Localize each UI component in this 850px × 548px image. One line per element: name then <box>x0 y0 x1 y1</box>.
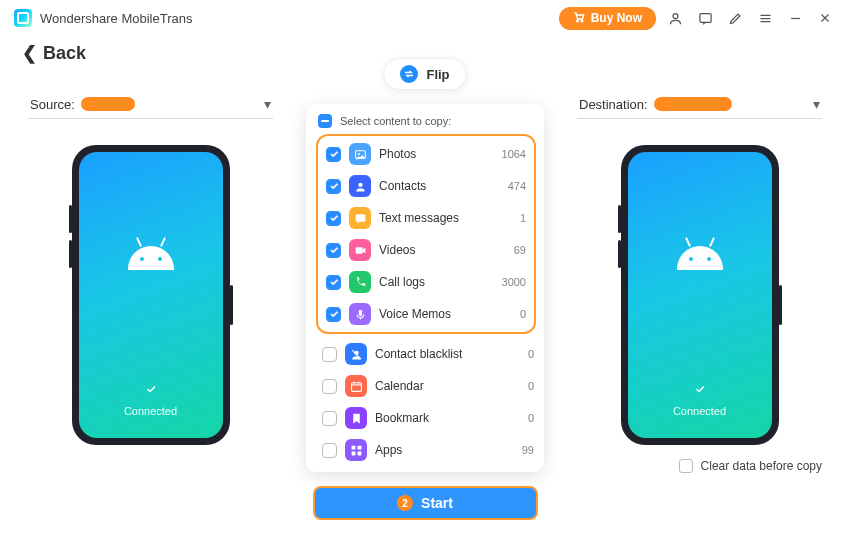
content-panel: Select content to copy: 1 Photos1064Cont… <box>306 104 544 472</box>
svg-point-5 <box>357 152 359 154</box>
app-title: Wondershare MobileTrans <box>40 11 192 26</box>
content-item-photos[interactable]: Photos1064 <box>320 138 532 170</box>
svg-rect-8 <box>355 247 362 254</box>
text-icon <box>349 207 371 229</box>
cart-icon <box>573 11 585 26</box>
flip-button[interactable]: Flip <box>383 58 466 90</box>
blacklist-icon <box>345 343 367 365</box>
flip-label: Flip <box>426 67 449 82</box>
minimize-icon[interactable] <box>784 11 806 26</box>
svg-rect-3 <box>699 13 710 22</box>
feedback-icon[interactable] <box>694 11 716 26</box>
item-count: 0 <box>520 308 526 320</box>
flip-icon <box>400 65 418 83</box>
source-column: Source: ▾ Connected <box>28 64 273 445</box>
svg-rect-7 <box>355 214 365 222</box>
content-list[interactable]: 1 Photos1064Contacts474Text messages1Vid… <box>316 134 542 466</box>
chevron-left-icon: ❮ <box>22 42 37 64</box>
annotation-step-2: 2 <box>397 495 413 511</box>
checkbox-bookmark[interactable] <box>322 411 337 426</box>
item-label: Videos <box>379 243 506 257</box>
checkbox-blacklist[interactable] <box>322 347 337 362</box>
android-icon <box>677 240 723 270</box>
content-item-calendar[interactable]: Calendar0 <box>316 370 540 402</box>
svg-point-2 <box>673 13 678 18</box>
clear-data-label: Clear data before copy <box>701 459 822 473</box>
item-count: 0 <box>528 348 534 360</box>
chevron-down-icon: ▾ <box>264 96 271 112</box>
voice-icon <box>349 303 371 325</box>
check-icon <box>691 380 709 398</box>
center-column: Flip Select content to copy: 1 Photos106… <box>300 64 550 520</box>
item-count: 474 <box>508 180 526 192</box>
svg-rect-14 <box>357 445 361 449</box>
chevron-down-icon: ▾ <box>813 96 820 112</box>
item-label: Voice Memos <box>379 307 512 321</box>
start-label: Start <box>421 495 453 511</box>
buy-now-button[interactable]: Buy Now <box>559 7 656 30</box>
item-label: Calendar <box>375 379 520 393</box>
select-all-checkbox[interactable] <box>318 114 332 128</box>
item-count: 0 <box>528 412 534 424</box>
item-label: Photos <box>379 147 494 161</box>
edit-icon[interactable] <box>724 11 746 26</box>
destination-device-redacted <box>654 97 732 111</box>
highlighted-group: 1 Photos1064Contacts474Text messages1Vid… <box>316 134 536 334</box>
item-count: 3000 <box>502 276 526 288</box>
item-label: Apps <box>375 443 514 457</box>
destination-status: Connected <box>621 405 779 417</box>
start-button[interactable]: 2 Start <box>313 486 538 520</box>
content-item-voice[interactable]: Voice Memos0 <box>320 298 532 330</box>
photos-icon <box>349 143 371 165</box>
content-item-videos[interactable]: Videos69 <box>320 234 532 266</box>
item-count: 0 <box>528 380 534 392</box>
destination-label: Destination: <box>579 97 648 112</box>
calendar-icon <box>345 375 367 397</box>
checkbox-videos[interactable] <box>326 243 341 258</box>
source-status: Connected <box>72 405 230 417</box>
back-button[interactable]: ❮ Back <box>22 42 86 64</box>
item-label: Text messages <box>379 211 512 225</box>
source-device-select[interactable]: Source: ▾ <box>28 90 273 119</box>
bookmark-icon <box>345 407 367 429</box>
item-count: 1064 <box>502 148 526 160</box>
source-label: Source: <box>30 97 75 112</box>
apps-icon <box>345 439 367 461</box>
item-count: 1 <box>520 212 526 224</box>
checkbox-calls[interactable] <box>326 275 341 290</box>
destination-device-select[interactable]: Destination: ▾ <box>577 90 822 119</box>
svg-point-1 <box>581 20 583 22</box>
checkbox-contacts[interactable] <box>326 179 341 194</box>
checkbox-calendar[interactable] <box>322 379 337 394</box>
close-icon[interactable] <box>814 11 836 25</box>
svg-rect-12 <box>351 382 361 391</box>
svg-point-0 <box>576 20 578 22</box>
item-label: Bookmark <box>375 411 520 425</box>
checkbox-photos[interactable] <box>326 147 341 162</box>
item-count: 69 <box>514 244 526 256</box>
titlebar: Wondershare MobileTrans Buy Now <box>0 0 850 36</box>
svg-rect-13 <box>351 445 355 449</box>
svg-rect-9 <box>358 309 361 316</box>
menu-icon[interactable] <box>754 11 776 26</box>
content-item-blacklist[interactable]: Contact blacklist0 <box>316 338 540 370</box>
svg-rect-15 <box>351 451 355 455</box>
item-label: Contacts <box>379 179 500 193</box>
checkbox-apps[interactable] <box>322 443 337 458</box>
contacts-icon <box>349 175 371 197</box>
clear-data-checkbox[interactable] <box>679 459 693 473</box>
content-item-bookmark[interactable]: Bookmark0 <box>316 402 540 434</box>
videos-icon <box>349 239 371 261</box>
back-label: Back <box>43 43 86 64</box>
content-item-calls[interactable]: Call logs3000 <box>320 266 532 298</box>
checkbox-voice[interactable] <box>326 307 341 322</box>
item-label: Contact blacklist <box>375 347 520 361</box>
content-item-apps[interactable]: Apps99 <box>316 434 540 466</box>
checkbox-text[interactable] <box>326 211 341 226</box>
content-item-text[interactable]: Text messages1 <box>320 202 532 234</box>
buy-now-label: Buy Now <box>591 11 642 25</box>
account-icon[interactable] <box>664 11 686 26</box>
source-device-redacted <box>81 97 135 111</box>
item-count: 99 <box>522 444 534 456</box>
content-item-contacts[interactable]: Contacts474 <box>320 170 532 202</box>
